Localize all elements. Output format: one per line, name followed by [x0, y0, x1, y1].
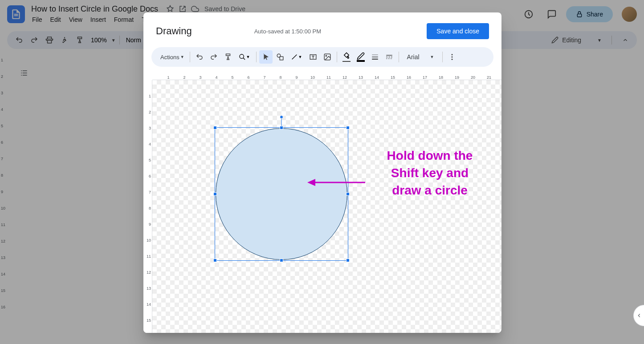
- svg-point-8: [326, 55, 326, 56]
- font-select[interactable]: Arial ▼: [402, 53, 440, 61]
- undo-button[interactable]: [193, 50, 206, 64]
- drawing-toolbar: Actions ▼ ▼ ▼ Arial ▼: [151, 47, 493, 67]
- modal-title: Drawing: [156, 25, 192, 37]
- selection-box[interactable]: [215, 127, 348, 261]
- resize-handle-n[interactable]: [280, 126, 283, 130]
- annotation-text: Hold down the Shift key and draw a circl…: [370, 147, 490, 199]
- resize-handle-se[interactable]: [346, 259, 350, 262]
- border-dash-button[interactable]: [383, 50, 396, 64]
- canvas-ruler-vertical: 1 2 3 4 5 6 7 8 9 10 11 12 13 14 15: [143, 80, 152, 333]
- line-tool-button[interactable]: ▼: [288, 53, 306, 61]
- svg-marker-24: [307, 179, 315, 186]
- svg-point-22: [451, 59, 452, 60]
- autosave-status: Auto-saved at 1:50:00 PM: [254, 28, 427, 35]
- svg-point-3: [240, 54, 244, 58]
- resize-handle-ne[interactable]: [346, 126, 350, 130]
- svg-rect-11: [372, 59, 378, 60]
- resize-handle-s[interactable]: [280, 259, 283, 262]
- svg-rect-5: [280, 57, 283, 60]
- more-options-button[interactable]: [445, 50, 459, 64]
- border-weight-button[interactable]: [368, 50, 382, 64]
- svg-rect-13: [386, 57, 387, 57]
- drawing-canvas-area: 1 2 3 4 5 6 7 8 9 10 11 12 13 14 15 16 1: [143, 71, 501, 333]
- actions-menu-button[interactable]: Actions ▼: [156, 52, 187, 62]
- svg-rect-16: [386, 58, 387, 59]
- svg-rect-19: [391, 58, 392, 59]
- svg-point-21: [451, 57, 452, 58]
- shape-tool-button[interactable]: [273, 50, 287, 64]
- border-color-button[interactable]: [354, 50, 367, 64]
- resize-handle-nw[interactable]: [213, 126, 217, 130]
- image-tool-button[interactable]: [321, 50, 334, 64]
- svg-rect-9: [372, 55, 378, 55]
- drawing-canvas[interactable]: [152, 80, 501, 333]
- canvas-ruler-horizontal: 1 2 3 4 5 6 7 8 9 10 11 12 13 14 15 16 1: [152, 71, 501, 80]
- save-and-close-button[interactable]: Save and close: [427, 23, 489, 39]
- select-tool-button[interactable]: [259, 50, 273, 64]
- resize-handle-sw[interactable]: [213, 259, 217, 262]
- svg-rect-17: [388, 58, 389, 59]
- svg-rect-18: [389, 58, 390, 59]
- fill-color-button[interactable]: [340, 50, 353, 64]
- svg-rect-15: [391, 57, 392, 57]
- paint-format-button[interactable]: [221, 50, 235, 64]
- svg-point-20: [451, 54, 452, 55]
- svg-rect-10: [372, 57, 378, 57]
- textbox-tool-button[interactable]: [306, 50, 320, 64]
- redo-button[interactable]: [207, 50, 220, 64]
- svg-rect-12: [386, 55, 392, 56]
- annotation-arrow: [307, 176, 370, 189]
- zoom-button[interactable]: ▼: [236, 53, 253, 61]
- resize-handle-e[interactable]: [346, 192, 350, 196]
- resize-handle-w[interactable]: [213, 192, 217, 196]
- rotation-handle[interactable]: [280, 115, 283, 119]
- svg-rect-14: [388, 57, 390, 57]
